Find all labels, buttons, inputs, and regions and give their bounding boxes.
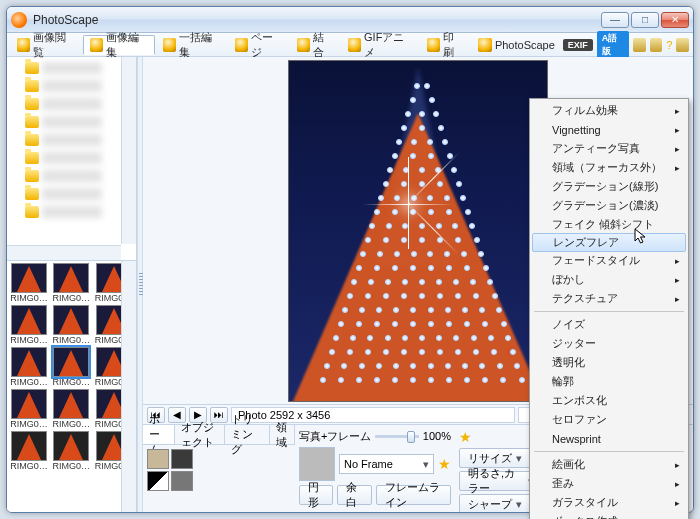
exif-badge[interactable]: EXIF: [563, 39, 593, 51]
frameline-button[interactable]: フレームライン: [376, 485, 451, 505]
panel-tab-home[interactable]: ホーム: [143, 425, 175, 444]
menu-item[interactable]: グラデーション(濃淡): [532, 196, 686, 215]
tree-scrollbar-h[interactable]: [7, 245, 121, 260]
combine-icon: [297, 38, 310, 52]
menu-item[interactable]: 絵画化: [532, 455, 686, 474]
panel-tab-crop[interactable]: トリミング: [225, 425, 269, 444]
folder-tree-item[interactable]: [9, 167, 134, 185]
toolbar-icon-1[interactable]: [633, 38, 646, 52]
thumbnail-item[interactable]: RIMG0…: [51, 389, 91, 429]
minimize-button[interactable]: —: [601, 12, 629, 28]
favorite-icon[interactable]: ★: [438, 456, 451, 472]
help-icon[interactable]: ?: [666, 39, 672, 51]
folder-tree-item[interactable]: [9, 59, 134, 77]
folder-icon: [25, 62, 39, 74]
folder-tree-item[interactable]: [9, 95, 134, 113]
thumbnail-caption: RIMG0…: [10, 377, 48, 387]
folder-icon: [25, 206, 39, 218]
favorite-icon-2[interactable]: ★: [459, 429, 472, 445]
editor-icon: [90, 38, 103, 52]
thumbnail-item[interactable]: RIMG0…: [51, 305, 91, 345]
maximize-button[interactable]: □: [631, 12, 659, 28]
tab-print[interactable]: 印刷: [421, 35, 470, 55]
margin-button[interactable]: 余白: [337, 485, 371, 505]
menu-item[interactable]: ジッター: [532, 334, 686, 353]
photo-preview: [288, 60, 548, 402]
frame-label: 写真+フレーム: [299, 429, 371, 444]
frame-preview: [299, 447, 335, 481]
thumbs-scrollbar[interactable]: [121, 261, 136, 512]
thumbnail-caption: RIMG0…: [10, 293, 48, 303]
zoom-value: 100%: [423, 430, 451, 442]
tab-viewer[interactable]: 画像閲覧: [11, 35, 81, 55]
swatch-3[interactable]: [147, 471, 169, 491]
tab-combine[interactable]: 結合: [291, 35, 340, 55]
zoom-slider[interactable]: [375, 435, 418, 438]
folder-tree-item[interactable]: [9, 77, 134, 95]
panel-tabbar: ホーム オブジェクト トリミング 領域: [143, 425, 295, 445]
folder-tree[interactable]: [7, 57, 136, 261]
round-button[interactable]: 円形: [299, 485, 333, 505]
toolbar-icon-2[interactable]: [650, 38, 663, 52]
menu-item[interactable]: ぼかし: [532, 270, 686, 289]
thumbnail-caption: RIMG0…: [52, 461, 90, 471]
thumbnail-item[interactable]: RIMG0…: [51, 263, 91, 303]
menu-item[interactable]: アンティーク写真: [532, 139, 686, 158]
swatch-2[interactable]: [171, 449, 193, 469]
frame-select[interactable]: No Frame: [339, 454, 434, 474]
tab-gif[interactable]: GIFアニメ: [342, 35, 419, 55]
swatch-4[interactable]: [171, 471, 193, 491]
folder-icon: [25, 188, 39, 200]
tree-scrollbar-v[interactable]: [121, 57, 136, 244]
menu-item[interactable]: フェードスタイル: [532, 251, 686, 270]
tab-editor[interactable]: 画像編集: [83, 35, 155, 55]
filter-context-menu: フィルム効果Vignettingアンティーク写真領域（フォーカス外）グラデーショ…: [529, 98, 689, 519]
folder-icon: [25, 98, 39, 110]
window-title: PhotoScape: [33, 13, 601, 27]
thumbnail-item[interactable]: RIMG0…: [9, 263, 49, 303]
menu-item[interactable]: 領域（フォーカス外）: [532, 158, 686, 177]
menu-item[interactable]: ボックス作成: [532, 512, 686, 519]
folder-tree-item[interactable]: [9, 203, 134, 221]
menu-item[interactable]: レンズフレア: [532, 233, 686, 252]
menu-item[interactable]: Newsprint: [532, 429, 686, 448]
panel-tab-object[interactable]: オブジェクト: [175, 425, 226, 444]
folder-tree-item[interactable]: [9, 149, 134, 167]
menu-item[interactable]: ノイズ: [532, 315, 686, 334]
menu-item[interactable]: テクスチュア: [532, 289, 686, 308]
language-badge[interactable]: A語版: [597, 31, 629, 59]
thumbnail-item[interactable]: RIMG0…: [9, 431, 49, 471]
gif-icon: [348, 38, 361, 52]
menu-item[interactable]: 歪み: [532, 474, 686, 493]
thumbnail-item[interactable]: RIMG0…: [9, 305, 49, 345]
thumbnail-item[interactable]: RIMG0…: [51, 347, 91, 387]
folder-tree-item[interactable]: [9, 131, 134, 149]
menu-item[interactable]: フェイク 傾斜シフト: [532, 215, 686, 234]
app-logo-icon: [11, 12, 27, 28]
menu-item[interactable]: グラデーション(線形): [532, 177, 686, 196]
tab-page[interactable]: ページ: [229, 35, 289, 55]
thumbnail-item[interactable]: RIMG0…: [51, 431, 91, 471]
viewer-icon: [17, 38, 30, 52]
menu-item[interactable]: 透明化: [532, 353, 686, 372]
menu-item[interactable]: ガラスタイル: [532, 493, 686, 512]
settings-icon[interactable]: [676, 38, 689, 52]
folder-icon: [25, 134, 39, 146]
photo-dimensions: Photo 2592 x 3456: [231, 407, 515, 423]
menu-item[interactable]: Vignetting: [532, 120, 686, 139]
swatch-1[interactable]: [147, 449, 169, 469]
tab-photoscape[interactable]: PhotoScape: [472, 35, 561, 55]
close-button[interactable]: ✕: [661, 12, 689, 28]
thumbnail-item[interactable]: RIMG0…: [9, 389, 49, 429]
panel-tab-area[interactable]: 領域: [270, 425, 296, 444]
menu-item[interactable]: エンボス化: [532, 391, 686, 410]
page-icon: [235, 38, 248, 52]
thumbnail-item[interactable]: RIMG0…: [9, 347, 49, 387]
menu-item[interactable]: 輪郭: [532, 372, 686, 391]
menu-item[interactable]: セロファン: [532, 410, 686, 429]
menu-item[interactable]: フィルム効果: [532, 101, 686, 120]
folder-tree-item[interactable]: [9, 113, 134, 131]
tab-batch[interactable]: 一括編集: [157, 35, 227, 55]
folder-tree-item[interactable]: [9, 185, 134, 203]
thumbnail-caption: RIMG0…: [10, 419, 48, 429]
